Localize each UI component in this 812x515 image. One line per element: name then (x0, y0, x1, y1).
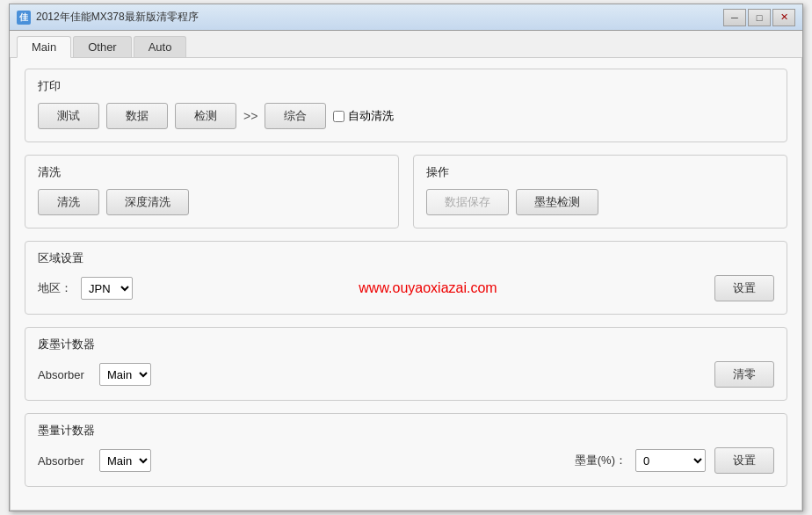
app-icon: 佳 (17, 11, 31, 25)
watermark-text: www.ouyaoxiazai.com (141, 280, 714, 296)
waste-counter-section: 废墨计数器 Absorber Main Sub 清零 (25, 327, 787, 401)
ink-pad-button[interactable]: 墨垫检测 (516, 189, 598, 215)
detect-button[interactable]: 检测 (175, 103, 236, 129)
region-section: 区域设置 地区： JPN USA EUR CHN www.ouyaoxiazai… (25, 241, 787, 315)
waste-clear-button[interactable]: 清零 (714, 361, 774, 388)
ink-percent-select[interactable]: 0 10 20 30 40 50 60 70 80 90 100 (635, 449, 706, 472)
save-data-button[interactable]: 数据保存 (426, 189, 509, 215)
waste-counter-row: Absorber Main Sub 清零 (38, 361, 774, 388)
wash-row: 清洗 深度清洗 (38, 189, 386, 215)
auto-clean-label: 自动清洗 (348, 108, 394, 124)
wash-op-section: 清洗 清洗 深度清洗 操作 数据保存 墨垫检测 (25, 155, 787, 228)
composite-button[interactable]: 综合 (265, 103, 326, 129)
op-col: 操作 数据保存 墨垫检测 (413, 155, 787, 228)
waste-absorber-label: Absorber (38, 368, 91, 381)
ink-counter-section: 墨量计数器 Absorber Main Sub 墨量(%)： 0 10 (25, 413, 787, 487)
region-select[interactable]: JPN USA EUR CHN (81, 277, 133, 300)
window-controls: ─ □ ✕ (723, 9, 795, 26)
op-row: 数据保存 墨垫检测 (426, 189, 774, 215)
auto-clean-checkbox[interactable] (333, 111, 344, 122)
ink-absorber-label: Absorber (38, 454, 91, 468)
restore-button[interactable]: □ (748, 9, 771, 26)
print-section-box: 打印 测试 数据 检测 >> 综合 自动清洗 (25, 69, 787, 142)
main-content: 打印 测试 数据 检测 >> 综合 自动清洗 清洗 (10, 58, 802, 511)
deep-wash-button[interactable]: 深度清洗 (106, 189, 189, 215)
waste-counter-box: 废墨计数器 Absorber Main Sub 清零 (25, 327, 787, 401)
ink-counter-box: 墨量计数器 Absorber Main Sub 墨量(%)： 0 10 (25, 413, 787, 487)
wash-button[interactable]: 清洗 (38, 189, 99, 215)
ink-percent-label: 墨量(%)： (575, 453, 627, 468)
wash-col: 清洗 清洗 深度清洗 (25, 155, 399, 228)
region-label: 地区： (38, 280, 72, 296)
tab-auto[interactable]: Auto (134, 36, 187, 57)
region-full-row: 地区： JPN USA EUR CHN www.ouyaoxiazai.com … (38, 275, 774, 301)
absorber-row-ink: Absorber Main Sub 墨量(%)： 0 10 20 30 40 (38, 449, 706, 472)
window-title: 2012年佳能MX378最新版清零程序 (36, 10, 723, 25)
tab-other[interactable]: Other (73, 36, 132, 57)
ink-absorber-select[interactable]: Main Sub (99, 449, 151, 472)
region-section-title: 区域设置 (38, 250, 774, 266)
arrow-label: >> (243, 109, 257, 123)
tabs-bar: Main Other Auto (10, 31, 802, 58)
close-button[interactable]: ✕ (772, 9, 795, 26)
wash-section-box: 清洗 清洗 深度清洗 (25, 155, 399, 228)
absorber-row-waste: Absorber Main Sub (38, 363, 714, 386)
ink-counter-row: Absorber Main Sub 墨量(%)： 0 10 20 30 40 (38, 447, 774, 474)
waste-counter-title: 废墨计数器 (38, 337, 774, 352)
test-button[interactable]: 测试 (38, 103, 99, 129)
ink-set-button[interactable]: 设置 (714, 447, 774, 474)
region-set-button[interactable]: 设置 (714, 275, 774, 301)
print-section-title: 打印 (38, 78, 774, 94)
region-section-box: 区域设置 地区： JPN USA EUR CHN www.ouyaoxiazai… (25, 241, 787, 315)
print-section: 打印 测试 数据 检测 >> 综合 自动清洗 (25, 69, 787, 142)
op-section-box: 操作 数据保存 墨垫检测 (413, 155, 787, 228)
op-section-title: 操作 (426, 164, 774, 180)
minimize-button[interactable]: ─ (723, 9, 746, 26)
wash-section-title: 清洗 (38, 164, 386, 180)
title-bar: 佳 2012年佳能MX378最新版清零程序 ─ □ ✕ (10, 4, 802, 31)
print-row: 测试 数据 检测 >> 综合 自动清洗 (38, 103, 774, 129)
ink-counter-title: 墨量计数器 (38, 423, 774, 439)
auto-clean-row: 自动清洗 (333, 108, 394, 124)
region-row: 地区： JPN USA EUR CHN www.ouyaoxiazai.com (38, 277, 714, 300)
main-window: 佳 2012年佳能MX378最新版清零程序 ─ □ ✕ Main Other A… (9, 4, 803, 511)
tab-main[interactable]: Main (17, 36, 71, 58)
data-button[interactable]: 数据 (106, 103, 168, 129)
waste-absorber-select[interactable]: Main Sub (99, 363, 151, 386)
